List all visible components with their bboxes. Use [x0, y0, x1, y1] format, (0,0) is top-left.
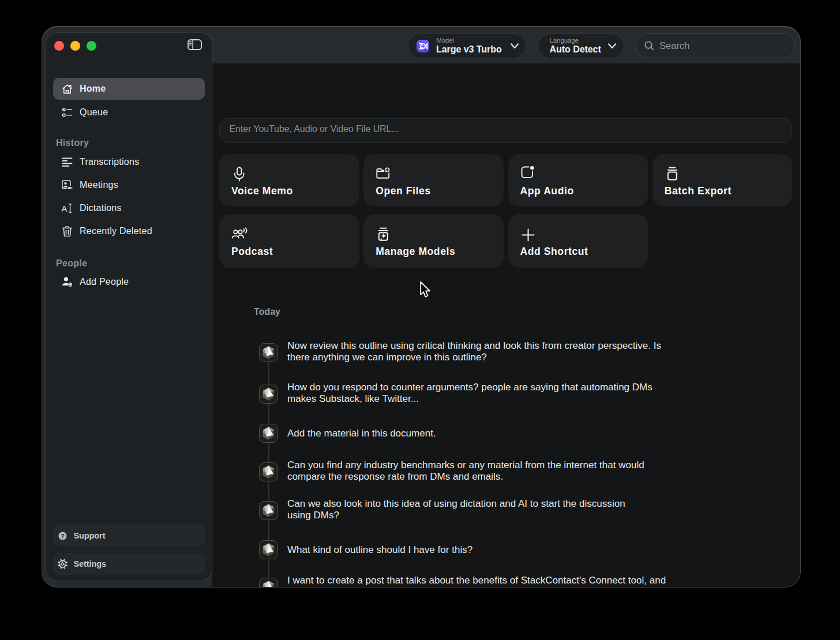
svg-text:A: A	[62, 204, 68, 213]
svg-text:?: ?	[61, 532, 65, 539]
